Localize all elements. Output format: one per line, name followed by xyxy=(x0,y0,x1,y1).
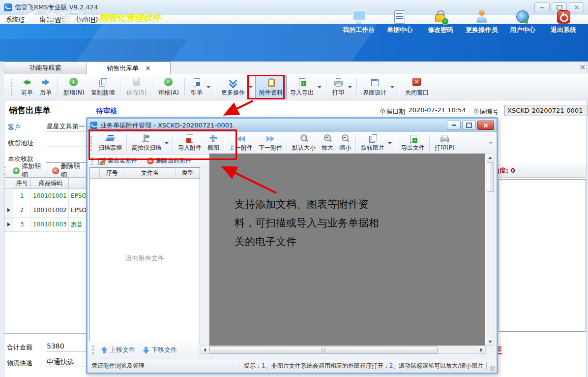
app-icon xyxy=(4,3,12,11)
hscroll-thumb[interactable] xyxy=(209,346,438,354)
dialog-icon xyxy=(90,122,97,129)
brand-dot: · xyxy=(91,12,94,24)
next-doc-button[interactable]: 后单 xyxy=(36,76,55,98)
move-files-bar: 上移文件 下移文件 xyxy=(88,341,199,359)
copy-add-button[interactable]: 复制新增 xyxy=(88,76,118,98)
vscroll-thumb[interactable] xyxy=(487,162,494,192)
import-export-dropdown-icon[interactable] xyxy=(318,86,322,88)
rename-attachment-button[interactable]: 重命名附件 xyxy=(97,157,137,165)
ship-address-label: 收货地址 xyxy=(8,139,33,148)
export-file-button[interactable]: 导出文件 xyxy=(398,133,428,153)
dialog-statusbar: 凭证附件浏览及管理 提示：1、非图片文件系统会调用相应的外部程序打开；2、滚动鼠… xyxy=(88,359,497,373)
zoom-in-button[interactable]: +放大 xyxy=(319,133,336,153)
close-window-button[interactable]: ✕关闭窗口 xyxy=(402,76,432,98)
dialog-print-button[interactable]: 打印(P) xyxy=(432,133,458,153)
item-row-2[interactable]: 2 100101002 EPSON xyxy=(4,203,87,218)
col-code-header[interactable]: 商品编码 xyxy=(31,178,69,189)
scan-receipt-button[interactable]: 扫描票据 xyxy=(95,133,125,153)
screenshot-icon xyxy=(208,134,218,143)
default-size-icon: 1:1 xyxy=(299,134,309,143)
total-amount-value[interactable]: 5380 xyxy=(47,342,64,350)
add-icon: + xyxy=(69,78,78,86)
pull-doc-button[interactable]: 引单 xyxy=(187,76,206,98)
item-row-1[interactable]: 1 100101001 EPSON xyxy=(4,189,87,203)
save-button: 保存(S) xyxy=(123,76,150,98)
prev-doc-button[interactable]: 前单 xyxy=(18,76,36,98)
attachment-button[interactable]: 附件资料 xyxy=(255,75,287,99)
print-dropdown-icon[interactable] xyxy=(348,86,352,88)
status-hint-text: 提示：1、非图片文件系统会调用相应的外部程序打开；2、滚动鼠标滚轮可以放大/缩小… xyxy=(240,362,483,370)
ship-address-field[interactable] xyxy=(46,147,88,147)
move-up-button[interactable]: 上移文件 xyxy=(99,346,135,354)
tabrow-close-icon[interactable] xyxy=(580,64,585,70)
ui-design-button[interactable]: 界面设计 xyxy=(359,76,390,98)
add-detail-icon: + xyxy=(13,167,20,174)
more-actions-button[interactable]: 更多操作 xyxy=(218,76,248,98)
print-button[interactable]: 打印 xyxy=(329,76,348,98)
pull-doc-icon xyxy=(192,77,202,87)
filelist-col-type[interactable]: 类型 xyxy=(176,168,200,179)
default-size-button[interactable]: 1:1默认大小 xyxy=(289,133,319,153)
rotate-image-dropdown-icon[interactable] xyxy=(388,142,392,144)
shortcut-user-center[interactable]: 用户中心 xyxy=(502,4,543,35)
screenshot-button[interactable]: 截图 xyxy=(205,133,222,153)
shortcut-change-password[interactable]: ✓ 修改密码 xyxy=(420,4,461,35)
col-seq-header[interactable]: 序号 xyxy=(13,178,31,189)
import-export-button[interactable]: 导入导出 xyxy=(287,76,317,98)
import-attachment-icon xyxy=(185,134,195,143)
dialog-close-button[interactable] xyxy=(477,121,494,130)
shortcut-document-center[interactable]: 单据中心 xyxy=(379,4,420,35)
col-name-header[interactable] xyxy=(69,178,87,189)
next-doc-icon xyxy=(41,77,51,87)
preview-vscrollbar[interactable] xyxy=(486,154,494,346)
prev-attachment-button[interactable]: 上一附件 xyxy=(226,133,256,153)
tab-close-icon[interactable] xyxy=(146,66,150,70)
pull-doc-dropdown-icon[interactable] xyxy=(206,86,210,88)
dialog-maximize-button[interactable] xyxy=(462,121,476,130)
date-field[interactable]: 2020-07-21 10:54 xyxy=(408,106,466,114)
main-toolbar: 前单 后单 +新增(N) 复制新增 保存(S) ✓审核(A) 引单 更多操作 附… xyxy=(4,74,588,100)
dialog-titlebar[interactable]: 业务单据附件管理 - XSCKD-20200721-0001 xyxy=(88,119,497,132)
ui-design-dropdown-icon[interactable] xyxy=(390,86,394,88)
tab-function-nav[interactable]: 功能导航窗 xyxy=(4,62,87,74)
attachment-icon xyxy=(266,77,276,87)
filelist-col-seq[interactable]: 序号 xyxy=(100,168,124,179)
docno-field: XSCKD-20200721-0001 xyxy=(504,105,588,116)
next-attachment-icon xyxy=(265,134,275,143)
rotate-image-button[interactable]: 旋转图片 xyxy=(358,133,387,153)
resize-grip-icon[interactable] xyxy=(490,366,495,371)
scroll-down-icon[interactable] xyxy=(486,338,494,346)
doc-camera-scan-button[interactable]: 高拍仪扫描 xyxy=(129,133,164,153)
delete-detail-icon: ✕ xyxy=(52,167,59,174)
item-row-3[interactable]: 3 100101003 惠普 xyxy=(4,218,87,232)
rename-attachment-icon xyxy=(97,157,106,165)
export-file-icon xyxy=(408,134,418,143)
move-down-button[interactable]: 下移文件 xyxy=(141,346,177,354)
scroll-right-icon[interactable] xyxy=(478,346,485,353)
grid-gutter-header xyxy=(4,178,13,189)
preview-hscrollbar[interactable] xyxy=(201,346,486,354)
next-attachment-button[interactable]: 下一附件 xyxy=(256,133,285,153)
logistics-value[interactable]: 申通快递 xyxy=(47,358,74,367)
dialog-minimize-button[interactable] xyxy=(447,121,461,130)
doc-status: 待审核 xyxy=(96,107,117,116)
customer-value[interactable]: 星星文具第一 xyxy=(47,122,88,131)
more-actions-dropdown-icon[interactable] xyxy=(249,86,253,88)
shortcut-workbench[interactable]: 我的工作台 xyxy=(338,4,379,35)
import-attachment-button[interactable]: 导入附件 xyxy=(175,133,205,153)
filelist-col-name[interactable]: 文件名 xyxy=(124,168,176,179)
doc-camera-dropdown-icon[interactable] xyxy=(165,142,169,144)
date-label: 单据日期 xyxy=(380,107,405,116)
audit-button[interactable]: ✓审核(A) xyxy=(155,76,182,98)
scroll-left-icon[interactable] xyxy=(201,346,208,353)
add-button[interactable]: +新增(N) xyxy=(60,76,88,98)
shortcut-switch-operator[interactable]: 更换操作员 xyxy=(461,4,502,35)
tab-sales-outbound[interactable]: 销售出库单 xyxy=(86,62,171,75)
delete-attachment-button[interactable]: ✕删除当前附件 xyxy=(147,157,191,165)
shortcut-exit-system[interactable]: 退出系统 xyxy=(543,4,584,35)
zoom-out-button[interactable]: −缩小 xyxy=(336,133,354,153)
docno-label: 单据编号 xyxy=(473,107,499,116)
banner-shortcuts: 我的工作台 单据中心 ✓ 修改密码 更换操作员 用户中心 退出系统 xyxy=(338,4,584,35)
scroll-up-icon[interactable] xyxy=(486,154,494,161)
items-grid: 序号 商品编码 1 100101001 EPSON 2 100101002 EP… xyxy=(4,177,87,334)
